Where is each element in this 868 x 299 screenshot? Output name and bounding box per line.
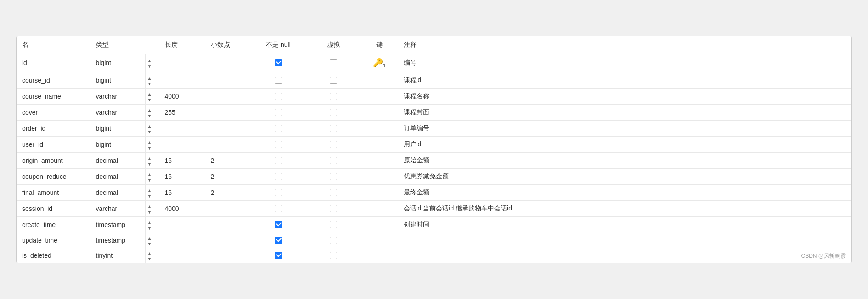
virtual-checkbox[interactable] [330, 173, 337, 180]
cell-sort-arrows[interactable]: ▲▼ [145, 248, 159, 263]
cell-virtual[interactable] [306, 200, 361, 216]
cell-length [159, 54, 205, 72]
virtual-checkbox[interactable] [330, 221, 337, 228]
table-row: course_namevarchar▲▼4000课程名称 [17, 88, 851, 104]
cell-notnull[interactable] [251, 233, 306, 248]
cell-comment: 订单编号 [398, 120, 851, 136]
cell-notnull[interactable] [251, 120, 306, 136]
cell-notnull[interactable] [251, 168, 306, 184]
notnull-checkbox[interactable] [275, 237, 282, 244]
virtual-checkbox[interactable] [330, 252, 337, 259]
virtual-checkbox[interactable] [330, 189, 337, 196]
sort-arrows-icon[interactable]: ▲▼ [147, 188, 152, 199]
virtual-checkbox[interactable] [330, 93, 337, 100]
sort-arrows-icon[interactable]: ▲▼ [147, 140, 152, 151]
cell-notnull[interactable] [251, 54, 306, 72]
cell-sort-arrows[interactable]: ▲▼ [145, 88, 159, 104]
cell-notnull[interactable] [251, 152, 306, 168]
cell-type: tinyint [90, 248, 145, 263]
cell-virtual[interactable] [306, 72, 361, 88]
cell-sort-arrows[interactable]: ▲▼ [145, 168, 159, 184]
virtual-checkbox[interactable] [330, 125, 337, 132]
cell-notnull[interactable] [251, 88, 306, 104]
notnull-checkbox[interactable] [275, 252, 282, 259]
notnull-checkbox[interactable] [275, 205, 282, 212]
cell-length [159, 233, 205, 248]
notnull-checkbox[interactable] [275, 59, 282, 66]
cell-key [361, 136, 398, 152]
cell-comment: 优惠券减免金额 [398, 168, 851, 184]
cell-type: bigint [90, 54, 145, 72]
virtual-checkbox[interactable] [330, 141, 337, 148]
virtual-checkbox[interactable] [330, 237, 337, 244]
cell-sort-arrows[interactable]: ▲▼ [145, 200, 159, 216]
cell-decimal [205, 200, 251, 216]
cell-virtual[interactable] [306, 168, 361, 184]
cell-sort-arrows[interactable]: ▲▼ [145, 152, 159, 168]
cell-sort-arrows[interactable]: ▲▼ [145, 136, 159, 152]
cell-virtual[interactable] [306, 136, 361, 152]
virtual-checkbox[interactable] [330, 157, 337, 164]
notnull-checkbox[interactable] [275, 77, 282, 84]
cell-virtual[interactable] [306, 104, 361, 120]
cell-sort-arrows[interactable]: ▲▼ [145, 233, 159, 248]
cell-sort-arrows[interactable]: ▲▼ [145, 104, 159, 120]
cell-comment: 用户id [398, 136, 851, 152]
cell-virtual[interactable] [306, 54, 361, 72]
cell-sort-arrows[interactable]: ▲▼ [145, 120, 159, 136]
cell-virtual[interactable] [306, 88, 361, 104]
sort-arrows-icon[interactable]: ▲▼ [147, 58, 152, 69]
notnull-checkbox[interactable] [275, 157, 282, 164]
cell-key [361, 120, 398, 136]
cell-type: varchar [90, 88, 145, 104]
cell-virtual[interactable] [306, 152, 361, 168]
notnull-checkbox[interactable] [275, 125, 282, 132]
cell-notnull[interactable] [251, 136, 306, 152]
notnull-checkbox[interactable] [275, 173, 282, 180]
cell-comment: 最终金额 [398, 184, 851, 200]
cell-notnull[interactable] [251, 72, 306, 88]
cell-sort-arrows[interactable]: ▲▼ [145, 184, 159, 200]
notnull-checkbox[interactable] [275, 189, 282, 196]
cell-virtual[interactable] [306, 184, 361, 200]
cell-name: course_id [17, 72, 90, 88]
cell-sort-arrows[interactable]: ▲▼ [145, 72, 159, 88]
cell-sort-arrows[interactable]: ▲▼ [145, 54, 159, 72]
notnull-checkbox[interactable] [275, 109, 282, 116]
sort-arrows-icon[interactable]: ▲▼ [147, 236, 152, 247]
sort-arrows-icon[interactable]: ▲▼ [147, 108, 152, 119]
table-row: user_idbigint▲▼用户id [17, 136, 851, 152]
cell-virtual[interactable] [306, 216, 361, 233]
cell-notnull[interactable] [251, 200, 306, 216]
virtual-checkbox[interactable] [330, 59, 337, 66]
sort-arrows-icon[interactable]: ▲▼ [147, 76, 152, 87]
sort-arrows-icon[interactable]: ▲▼ [147, 124, 152, 135]
virtual-checkbox[interactable] [330, 77, 337, 84]
header-notnull: 不是 null [251, 36, 306, 54]
notnull-checkbox[interactable] [275, 221, 282, 228]
cell-notnull[interactable] [251, 216, 306, 233]
cell-notnull[interactable] [251, 248, 306, 263]
cell-virtual[interactable] [306, 233, 361, 248]
cell-virtual[interactable] [306, 120, 361, 136]
cell-sort-arrows[interactable]: ▲▼ [145, 216, 159, 233]
cell-notnull[interactable] [251, 104, 306, 120]
cell-decimal: 2 [205, 184, 251, 200]
cell-decimal [205, 233, 251, 248]
sort-arrows-icon[interactable]: ▲▼ [147, 251, 152, 262]
schema-table: 名 类型 长度 小数点 不是 null 虚拟 键 注释 idbigint▲▼🔑1… [17, 36, 851, 263]
table-row: coupon_reducedecimal▲▼162优惠券减免金额 [17, 168, 851, 184]
cell-length: 4000 [159, 200, 205, 216]
notnull-checkbox[interactable] [275, 93, 282, 100]
header-length: 长度 [159, 36, 205, 54]
virtual-checkbox[interactable] [330, 205, 337, 212]
notnull-checkbox[interactable] [275, 141, 282, 148]
sort-arrows-icon[interactable]: ▲▼ [147, 220, 152, 231]
virtual-checkbox[interactable] [330, 109, 337, 116]
sort-arrows-icon[interactable]: ▲▼ [147, 172, 152, 183]
sort-arrows-icon[interactable]: ▲▼ [147, 92, 152, 103]
sort-arrows-icon[interactable]: ▲▼ [147, 156, 152, 167]
cell-notnull[interactable] [251, 184, 306, 200]
cell-virtual[interactable] [306, 248, 361, 263]
sort-arrows-icon[interactable]: ▲▼ [147, 204, 152, 215]
